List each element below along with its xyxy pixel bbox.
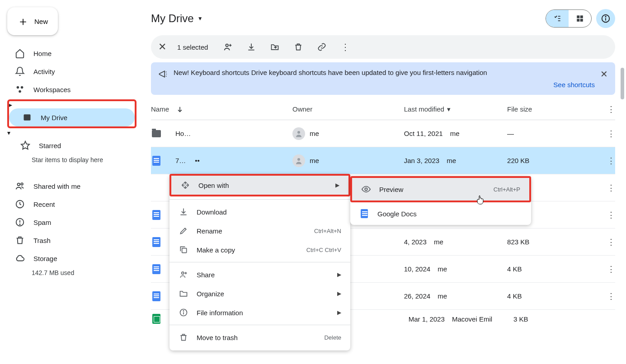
more-actions-button[interactable]: ⋮: [340, 42, 351, 52]
clear-selection-button[interactable]: ✕: [158, 41, 166, 53]
file-name: 7…: [175, 157, 186, 164]
separator: [169, 262, 350, 262]
svg-point-6: [21, 183, 23, 185]
chevron-right-icon[interactable]: ▸: [9, 101, 12, 108]
new-button[interactable]: ＋ New: [7, 7, 58, 35]
move-button[interactable]: [269, 42, 280, 52]
svg-point-5: [18, 183, 20, 186]
svg-point-24: [365, 188, 367, 191]
context-share[interactable]: Share ▶: [169, 265, 350, 284]
row-more-button[interactable]: ⋮: [607, 129, 615, 138]
sidebar-item-home[interactable]: Home: [7, 44, 136, 62]
svg-point-17: [297, 131, 300, 134]
context-open-with[interactable]: Open with ▶: [171, 176, 348, 195]
modified-by: me: [447, 157, 456, 164]
col-owner[interactable]: Owner: [292, 105, 404, 113]
context-rename[interactable]: Rename Ctrl+Alt+N: [169, 221, 350, 240]
sidebar-item-starred[interactable]: Starred: [7, 136, 136, 154]
location-title[interactable]: My Drive ▼: [151, 12, 203, 25]
table-settings-button[interactable]: ⋮: [607, 105, 615, 114]
col-name[interactable]: Name: [151, 105, 169, 113]
svg-point-1: [21, 86, 24, 89]
list-view-button[interactable]: [546, 10, 569, 27]
modified-date: 10, 2024: [404, 265, 430, 273]
col-modified[interactable]: Last modified: [404, 105, 444, 113]
modified-by: me: [434, 238, 443, 246]
sort-arrow-icon[interactable]: [176, 106, 184, 113]
grid-view-button[interactable]: [569, 10, 591, 27]
star-icon: [20, 140, 31, 151]
sidebar-item-spam[interactable]: Spam: [7, 213, 136, 231]
context-download[interactable]: Download: [169, 202, 350, 221]
open-with-icon: [180, 180, 190, 190]
submenu-item-label: Preview: [379, 186, 403, 193]
overflow-dots: ••: [195, 157, 200, 164]
sidebar-item-label: My Drive: [41, 114, 67, 121]
submenu-preview[interactable]: Preview Ctrl+Alt+P: [352, 178, 529, 201]
svg-rect-13: [580, 19, 583, 22]
banner-close-button[interactable]: ✕: [600, 69, 608, 79]
sidebar-item-label: Starred: [39, 142, 61, 149]
row-more-button[interactable]: ⋮: [607, 292, 615, 301]
share-button[interactable]: [222, 42, 233, 52]
sheet-icon: [151, 313, 162, 324]
modified-by: me: [438, 292, 447, 300]
context-menu: Open with ▶ Download Rename Ctrl+Alt+N M…: [169, 174, 350, 350]
table-row[interactable]: Ho… me Oct 11, 2021 me — ⋮: [151, 120, 615, 147]
context-organize[interactable]: Organize ▶: [169, 284, 350, 303]
chevron-right-icon: ▶: [337, 271, 341, 278]
view-toggle: [546, 9, 592, 28]
context-copy[interactable]: Make a copy Ctrl+C Ctrl+V: [169, 240, 350, 259]
row-more-button[interactable]: ⋮: [607, 238, 615, 247]
doc-icon: [151, 237, 162, 247]
sidebar-item-shared[interactable]: Shared with me: [7, 177, 136, 195]
sidebar-item-label: Spam: [33, 219, 51, 226]
svg-marker-4: [21, 141, 29, 149]
banner-body: Drive keyboard shortcuts have been updat…: [251, 69, 487, 76]
row-more-button[interactable]: ⋮: [607, 183, 615, 192]
svg-point-9: [19, 224, 20, 224]
avatar: [292, 127, 305, 140]
svg-point-15: [605, 16, 606, 17]
col-size[interactable]: File size: [507, 105, 607, 113]
row-more-button[interactable]: ⋮: [607, 156, 615, 165]
svg-point-2: [19, 90, 21, 93]
context-trash[interactable]: Move to trash Delete: [169, 328, 350, 347]
svg-rect-11: [580, 15, 583, 18]
chevron-down-icon[interactable]: ▾: [447, 105, 451, 113]
submenu-google-docs[interactable]: Google Docs: [350, 202, 531, 225]
context-file-info[interactable]: File information ▶: [169, 303, 350, 322]
doc-icon: [151, 264, 162, 275]
sidebar-item-storage[interactable]: Storage: [7, 249, 136, 267]
file-name: Ho…: [175, 130, 191, 137]
link-button[interactable]: [316, 42, 327, 52]
modified-by: me: [438, 265, 447, 273]
modified-date: Oct 11, 2021: [404, 130, 443, 137]
banner-link[interactable]: See shortcuts: [174, 81, 595, 89]
doc-icon: [151, 210, 162, 220]
chevron-right-icon: ▶: [337, 309, 341, 316]
sidebar-item-my-drive[interactable]: My Drive: [9, 108, 135, 126]
shortcut: Ctrl+C Ctrl+V: [306, 247, 341, 253]
delete-button[interactable]: [293, 42, 304, 52]
sidebar-item-recent[interactable]: Recent: [7, 195, 136, 213]
info-button[interactable]: [596, 9, 615, 28]
context-item-label: Download: [197, 208, 227, 216]
download-icon: [179, 207, 188, 217]
owner-name: me: [310, 157, 319, 164]
modified-date: 4, 2023: [404, 238, 427, 246]
shortcut: Delete: [324, 334, 341, 341]
doc-icon: [151, 291, 162, 302]
chevron-down-icon[interactable]: ▾: [7, 129, 10, 136]
file-size: 4 KB: [507, 292, 607, 300]
avatar: [292, 154, 305, 167]
row-more-button[interactable]: ⋮: [607, 265, 615, 274]
folder-icon: [179, 289, 188, 299]
scrollbar-thumb[interactable]: [621, 68, 624, 99]
row-more-button[interactable]: ⋮: [607, 210, 615, 219]
download-button[interactable]: [246, 42, 257, 52]
sidebar-item-activity[interactable]: Activity: [7, 62, 136, 80]
sidebar-item-trash[interactable]: Trash: [7, 231, 136, 249]
table-row[interactable]: 7… •• me Jan 3, 2023 me 220 KB ⋮: [151, 147, 615, 174]
sidebar-item-workspaces[interactable]: Workspaces: [7, 80, 136, 98]
